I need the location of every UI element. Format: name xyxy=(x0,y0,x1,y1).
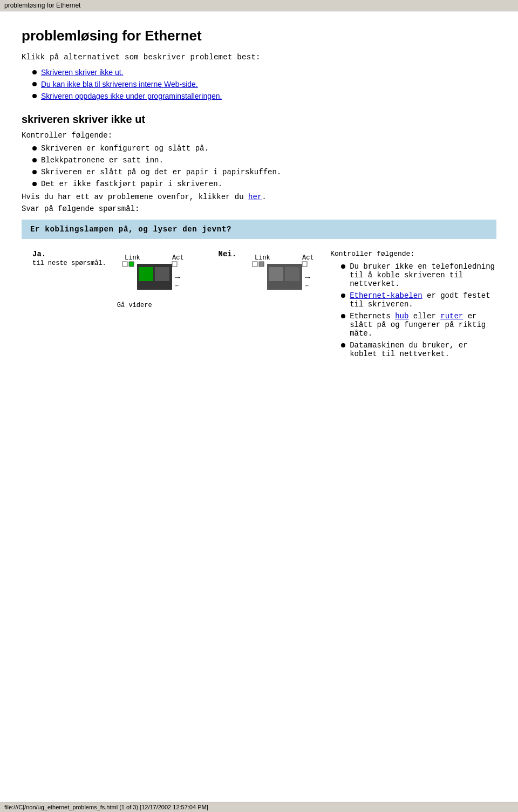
ja-diagram: Link Act xyxy=(113,250,194,309)
ethernet-diagram-ja: Link Act xyxy=(113,252,194,298)
arrow-left-small-nei: ← xyxy=(304,282,310,289)
link-label-ja: Link xyxy=(125,254,140,262)
ethernet-diagram-nei: Link Act xyxy=(243,252,324,298)
nei-labels: Nei. xyxy=(219,250,237,261)
list-item: Du bruker ikke en telefonledning til å k… xyxy=(341,262,496,288)
bullet-icon xyxy=(32,158,37,162)
hvis-text: Hvis du har ett av problemene ovenfor, k… xyxy=(22,193,496,201)
bullet-icon xyxy=(341,314,345,318)
nei-right-content: Kontroller følgende: Du bruker ikke en t… xyxy=(330,250,496,363)
gaa-videre: Gå videre xyxy=(117,302,194,309)
nei-check-3: Ethernets hub eller ruter er slått på og… xyxy=(350,312,496,338)
ja-section: Ja. til neste spørsmål. Link Act xyxy=(22,250,208,309)
led-box-nei-2 xyxy=(259,262,264,267)
list-item: Ethernets hub eller ruter er slått på og… xyxy=(341,312,496,338)
ethernet-kabelen-link[interactable]: Ethernet-kabelen xyxy=(350,291,422,300)
list-item: Skriveren skriver ikke ut. xyxy=(32,68,496,77)
led-green-ja xyxy=(129,262,134,267)
bullet-icon xyxy=(32,70,37,74)
ja-text-col: Ja. til neste spørsmål. xyxy=(32,250,106,267)
arrow-right-nei: → xyxy=(303,272,312,282)
check-item-1: Skriveren er konfigurert og slått på. xyxy=(41,144,209,153)
tab-title: problemløsing for Ethernet xyxy=(4,2,80,9)
link-web-side[interactable]: Du kan ikke bla til skriverens interne W… xyxy=(41,80,198,88)
check-list-1: Skriveren er konfigurert og slått på. Bl… xyxy=(32,144,496,188)
port-left-ja xyxy=(139,267,153,281)
port-right-nei xyxy=(285,267,299,281)
arrow-right-ja: → xyxy=(173,272,182,282)
til-neste: til neste spørsmål. xyxy=(32,260,106,267)
bullet-icon xyxy=(32,82,37,86)
bullet-icon xyxy=(32,94,37,98)
nei-check-list: Du bruker ikke en telefonledning til å k… xyxy=(341,262,496,358)
link-oppdages-ikke[interactable]: Skriveren oppdages ikke under programins… xyxy=(41,92,222,100)
led-box-1 xyxy=(122,262,127,267)
status-bar-text: file:///C|/non/ug_ethernet_problems_fs.h… xyxy=(4,804,208,810)
nei-kontroller-label: Kontroller følgende: xyxy=(330,250,496,258)
nei-content: Nei. Link Act xyxy=(219,250,496,363)
nei-label: Nei. xyxy=(219,250,237,258)
list-item: Skriveren er konfigurert og slått på. xyxy=(32,144,496,153)
section-title-1: skriveren skriver ikke ut xyxy=(22,113,496,126)
bullet-icon xyxy=(341,294,345,298)
act-led-box xyxy=(172,262,177,267)
ja-label: Ja. xyxy=(32,250,106,258)
ja-content: Ja. til neste spørsmål. Link Act xyxy=(32,250,194,309)
list-item: Datamaskinen du bruker, er koblet til ne… xyxy=(341,341,496,358)
nei-check-1: Du bruker ikke en telefonledning til å k… xyxy=(350,262,496,288)
her-link[interactable]: her xyxy=(248,193,262,201)
check-item-2: Blekkpatronene er satt inn. xyxy=(41,156,163,165)
act-label-ja: Act xyxy=(172,254,184,262)
bullet-icon xyxy=(32,170,37,174)
arrow-left-small-ja: ← xyxy=(174,282,180,289)
list-item: Skriveren er slått på og det er papir i … xyxy=(32,168,496,176)
nei-check-2: Ethernet-kabelen er godt festet til skri… xyxy=(350,291,496,309)
intro-text: Klikk på alternativet som beskriver prob… xyxy=(22,53,496,62)
led-box-nei-1 xyxy=(253,262,257,267)
svar-text: Svar på følgende spørsmål: xyxy=(22,204,496,213)
browser-tab: problemløsing for Ethernet xyxy=(0,0,518,11)
list-item: Du kan ikke bla til skriverens interne W… xyxy=(32,80,496,88)
link-skriver-ikke-ut[interactable]: Skriveren skriver ikke ut. xyxy=(41,68,123,77)
question-text: Er koblingslampen på, og lyser den jevnt… xyxy=(30,225,231,234)
port-left-nei xyxy=(269,267,283,281)
bullet-icon xyxy=(341,343,345,347)
diagram-row: Ja. til neste spørsmål. Link Act xyxy=(22,250,496,363)
page-title: problemløsing for Ethernet xyxy=(22,28,496,44)
act-led-box-nei xyxy=(302,262,307,267)
ruter-link[interactable]: ruter xyxy=(440,312,463,320)
check-item-4: Det er ikke fastkjørt papir i skriveren. xyxy=(41,180,222,188)
hub-link[interactable]: hub xyxy=(395,312,408,320)
check-item-3: Skriveren er slått på og det er papir i … xyxy=(41,168,281,176)
nav-links: Skriveren skriver ikke ut. Du kan ikke b… xyxy=(32,68,496,100)
bullet-icon xyxy=(32,182,37,186)
link-label-nei: Link xyxy=(255,254,270,262)
list-item: Blekkpatronene er satt inn. xyxy=(32,156,496,165)
nei-section: Nei. Link Act xyxy=(208,250,496,363)
port-right-ja xyxy=(155,267,169,281)
list-item: Ethernet-kabelen er godt festet til skri… xyxy=(341,291,496,309)
main-content: problemløsing for Ethernet Klikk på alte… xyxy=(0,11,518,395)
list-item: Skriveren oppdages ikke under programins… xyxy=(32,92,496,100)
section-skriver-ikke-ut: skriveren skriver ikke ut Kontroller føl… xyxy=(22,113,496,201)
nei-check-4: Datamaskinen du bruker, er koblet til ne… xyxy=(350,341,496,358)
bullet-icon xyxy=(341,264,345,269)
list-item: Det er ikke fastkjørt papir i skriveren. xyxy=(32,180,496,188)
status-bar: file:///C|/non/ug_ethernet_problems_fs.h… xyxy=(0,802,518,812)
question-box: Er koblingslampen på, og lyser den jevnt… xyxy=(22,220,496,239)
act-label-nei: Act xyxy=(302,254,314,262)
nei-diagram: Link Act xyxy=(243,250,324,302)
bullet-icon xyxy=(32,146,37,151)
kontroller-label-1: Kontroller følgende: xyxy=(22,131,496,140)
